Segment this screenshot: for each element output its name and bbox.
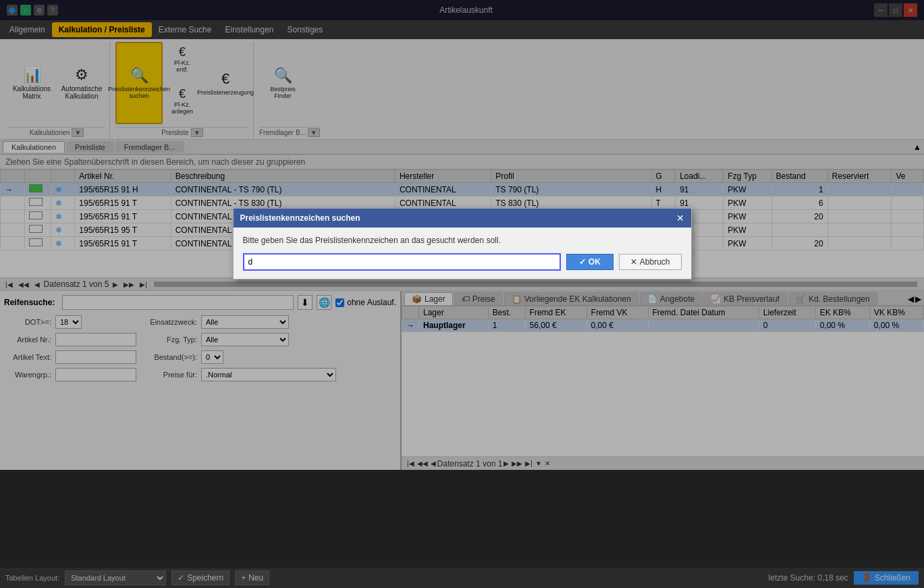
dialog-close-button[interactable]: ✕ (676, 213, 684, 223)
dialog-input-row: ✓ OK ✕ Abbruch (243, 253, 682, 271)
ok-checkmark-icon: ✓ (579, 257, 586, 267)
dialog-title-bar: Preislistenkennzeichen suchen ✕ (234, 209, 691, 228)
dialog-input[interactable] (243, 253, 561, 271)
dialog-title: Preislistenkennzeichen suchen (240, 213, 360, 223)
dialog: Preislistenkennzeichen suchen ✕ Bitte ge… (233, 208, 692, 279)
dialog-body: Bitte geben Sie das Preislistenkennzeich… (234, 228, 691, 279)
ok-label: OK (589, 257, 601, 267)
cancel-x-icon: ✕ (630, 257, 637, 267)
dialog-overlay: Preislistenkennzeichen suchen ✕ Bitte ge… (0, 0, 924, 588)
dialog-ok-button[interactable]: ✓ OK (566, 254, 614, 270)
cancel-label: Abbruch (640, 257, 670, 267)
dialog-description: Bitte geben Sie das Preislistenkennzeich… (243, 236, 682, 245)
dialog-cancel-button[interactable]: ✕ Abbruch (619, 254, 682, 270)
